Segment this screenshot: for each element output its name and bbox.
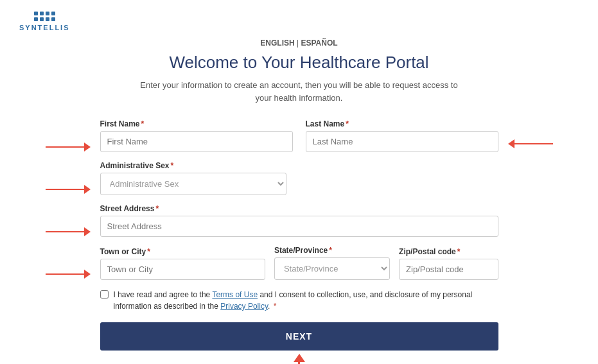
logo-text: SYNTELLIS	[19, 24, 70, 31]
admin-sex-row: Administrative Sex* Administrative Sex M…	[100, 161, 498, 195]
name-row: First Name* Last Name*	[100, 119, 498, 152]
location-row: Town or City* State/Province* State/Prov…	[100, 246, 498, 280]
first-name-group: First Name*	[100, 119, 293, 152]
consent-checkbox[interactable]	[100, 290, 109, 299]
first-name-input[interactable]	[100, 131, 293, 152]
state-province-select[interactable]: State/Province	[274, 257, 390, 280]
next-button-area: NEXT	[100, 322, 498, 351]
page-subtitle: Enter your information to create an acco…	[132, 79, 466, 104]
logo-grid-icon	[34, 12, 55, 21]
consent-area: I have read and agree to the Terms of Us…	[100, 289, 498, 312]
admin-sex-label: Administrative Sex*	[100, 161, 286, 170]
city-arrow	[46, 270, 91, 279]
privacy-link[interactable]: Privacy Policy	[220, 302, 268, 311]
admin-sex-select[interactable]: Administrative Sex Male Female Other	[100, 173, 286, 195]
last-name-input[interactable]	[306, 131, 498, 152]
last-name-arrow	[508, 139, 553, 148]
next-button[interactable]: NEXT	[100, 322, 498, 351]
terms-link[interactable]: Terms of Use	[212, 290, 258, 299]
logo: SYNTELLIS	[19, 12, 70, 31]
page-title: Welcome to Your Healthcare Portal	[169, 53, 428, 73]
state-province-label: State/Province*	[274, 246, 390, 255]
last-name-label: Last Name*	[306, 119, 498, 128]
town-city-group: Town or City*	[100, 247, 265, 280]
admin-sex-group: Administrative Sex* Administrative Sex M…	[100, 161, 286, 195]
street-address-group: Street Address*	[100, 204, 498, 237]
zip-postal-group: Zip/Postal code*	[399, 247, 498, 280]
state-province-group: State/Province* State/Province	[274, 246, 390, 280]
first-name-arrow	[46, 143, 91, 152]
zip-postal-label: Zip/Postal code*	[399, 247, 498, 256]
admin-sex-arrow	[46, 185, 91, 194]
street-address-label: Street Address*	[100, 204, 498, 213]
next-button-arrow	[294, 354, 305, 364]
first-name-label: First Name*	[100, 119, 293, 128]
street-address-input[interactable]	[100, 216, 498, 237]
zip-postal-input[interactable]	[399, 259, 498, 280]
street-arrow	[46, 227, 91, 236]
town-city-input[interactable]	[100, 259, 265, 280]
consent-text: I have read and agree to the Terms of Us…	[114, 289, 498, 312]
town-city-label: Town or City*	[100, 247, 265, 256]
last-name-group: Last Name*	[306, 119, 498, 152]
english-link[interactable]: ENGLISH	[260, 39, 294, 48]
spanish-link[interactable]: ESPAÑOL	[301, 39, 338, 48]
language-switcher: ENGLISH | ESPAÑOL	[260, 39, 337, 48]
street-address-row: Street Address*	[100, 204, 498, 237]
registration-form: First Name* Last Name*	[100, 119, 498, 351]
